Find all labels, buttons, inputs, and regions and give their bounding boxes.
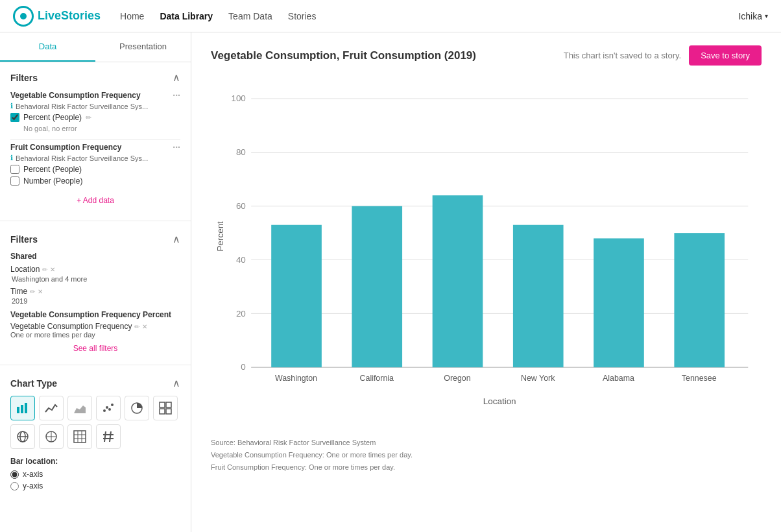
logo-text: LiveStories	[38, 9, 101, 23]
scatter-chart-icon[interactable]	[96, 396, 121, 420]
veg-freq-sub: Vegetable Consumption Frequency ✏ ✕	[10, 322, 180, 331]
y-axis-radio[interactable]	[10, 482, 19, 490]
svg-rect-11	[160, 409, 165, 414]
nav-team-data[interactable]: Team Data	[228, 11, 272, 21]
map-icon[interactable]	[10, 424, 35, 449]
fruit-filter-name: Fruit Consumption Frequency ···	[10, 142, 180, 152]
veg-filter-menu[interactable]: ···	[173, 90, 180, 101]
veg-freq-edit-icon[interactable]: ✏	[134, 323, 139, 330]
svg-point-7	[111, 404, 114, 406]
chart-type-collapse-icon[interactable]: ∧	[173, 377, 180, 389]
veg-freq-section: Vegetable Consumption Frequency Percent …	[10, 310, 180, 339]
shared-filters-header: Filters ∧	[10, 233, 180, 245]
svg-text:100: 100	[231, 93, 245, 103]
svg-rect-12	[166, 409, 171, 414]
chart-type-header: Chart Type ∧	[10, 377, 180, 389]
bar-chart-svg: 100 80 60 40 20 0	[211, 79, 762, 428]
bar-washington	[271, 225, 322, 367]
svg-text:60: 60	[236, 201, 246, 211]
svg-rect-10	[166, 402, 171, 407]
add-data-button[interactable]: + Add data	[10, 192, 180, 209]
user-name: Ichika	[738, 11, 762, 21]
veg-filter-source: ℹ Behavioral Risk Factor Surveillance Sy…	[10, 102, 180, 110]
fruit-percent-checkbox[interactable]	[10, 165, 19, 174]
x-axis-option[interactable]: x-axis	[10, 470, 180, 479]
filters-collapse-icon[interactable]: ∧	[173, 71, 180, 84]
bar-location: Bar location: x-axis y-axis	[10, 457, 180, 490]
svg-line-25	[110, 431, 111, 442]
user-menu[interactable]: Ichika ▾	[738, 11, 768, 21]
table-icon[interactable]	[67, 424, 92, 449]
chart-type-icons	[10, 396, 180, 449]
fruit-number-checkbox-row[interactable]: Number (People)	[10, 176, 180, 186]
navbar: LiveStories Home Data Library Team Data …	[0, 0, 781, 32]
svg-line-24	[104, 431, 106, 442]
area-chart-icon[interactable]	[67, 396, 92, 420]
bar-location-label: Bar location:	[10, 457, 180, 466]
bar-chart-icon[interactable]	[10, 396, 35, 420]
svg-point-6	[108, 408, 111, 411]
logo: LiveStories	[13, 6, 101, 27]
time-remove-icon[interactable]: ✕	[38, 288, 43, 295]
y-axis-label: Percent	[215, 221, 225, 252]
veg-hint: No goal, no error	[23, 125, 180, 132]
svg-text:Washington: Washington	[275, 374, 317, 383]
shared-filters-collapse-icon[interactable]: ∧	[173, 233, 180, 245]
chart-type-title: Chart Type	[10, 378, 57, 389]
logo-icon	[13, 6, 34, 27]
tab-data[interactable]: Data	[0, 32, 95, 62]
location-filter-tag: Location ✏ ✕	[10, 265, 180, 274]
grid-chart-icon[interactable]	[153, 396, 178, 420]
svg-text:40: 40	[236, 255, 246, 265]
filters-header: Filters ∧	[10, 71, 180, 84]
chart-status-text: This chart isn't saved to a story.	[564, 51, 681, 60]
veg-freq-title: Vegetable Consumption Frequency Percent	[10, 310, 180, 319]
see-all-filters[interactable]: See all filters	[10, 344, 180, 353]
fruit-filter-item: Fruit Consumption Frequency ··· ℹ Behavi…	[10, 142, 180, 186]
veg-info-icon: ℹ	[10, 102, 13, 110]
svg-text:New York: New York	[521, 374, 555, 383]
svg-text:20: 20	[236, 309, 246, 319]
svg-rect-2	[25, 403, 27, 413]
chart-source: Source: Behavioral Risk Factor Surveilla…	[211, 437, 762, 473]
svg-rect-0	[17, 407, 19, 413]
chart-container: 100 80 60 40 20 0	[211, 79, 762, 428]
sidebar: Data Presentation Filters ∧ Vegetable Co…	[0, 32, 191, 532]
fruit-filter-source: ℹ Behavioral Risk Factor Surveillance Sy…	[10, 154, 180, 162]
hash-icon[interactable]	[96, 424, 121, 449]
nav-stories[interactable]: Stories	[288, 11, 317, 21]
veg-percent-checkbox[interactable]	[10, 113, 19, 122]
time-edit-icon[interactable]: ✏	[30, 288, 35, 295]
location-value: Washington and 4 more	[12, 275, 180, 283]
svg-text:0: 0	[241, 362, 245, 372]
fruit-filter-menu[interactable]: ···	[173, 142, 180, 152]
svg-point-4	[103, 409, 106, 412]
svg-point-5	[106, 406, 108, 409]
svg-text:80: 80	[236, 147, 246, 157]
nav-home[interactable]: Home	[120, 11, 144, 21]
fruit-number-checkbox[interactable]	[10, 176, 19, 186]
nav-data-library[interactable]: Data Library	[160, 11, 213, 21]
veg-percent-checkbox-row[interactable]: Percent (People) ✏	[10, 113, 180, 122]
bar-new-york	[513, 225, 564, 367]
veg-filter-name: Vegetable Consumption Frequency ···	[10, 90, 180, 101]
veg-edit-icon[interactable]: ✏	[86, 114, 91, 122]
globe-icon[interactable]	[39, 424, 64, 449]
save-to-story-button[interactable]: Save to story	[689, 45, 762, 66]
bar-oregon	[433, 195, 483, 367]
fruit-percent-checkbox-row[interactable]: Percent (People)	[10, 165, 180, 174]
svg-rect-19	[74, 431, 86, 442]
tab-presentation[interactable]: Presentation	[95, 32, 191, 62]
sidebar-tabs: Data Presentation	[0, 32, 191, 62]
user-caret-icon: ▾	[765, 12, 768, 19]
line-chart-icon[interactable]	[39, 396, 64, 420]
veg-freq-remove-icon[interactable]: ✕	[142, 323, 147, 330]
bar-alabama	[594, 238, 644, 367]
location-edit-icon[interactable]: ✏	[42, 266, 47, 273]
svg-rect-9	[160, 402, 165, 407]
location-remove-icon[interactable]: ✕	[50, 266, 55, 273]
x-axis-radio[interactable]	[10, 470, 19, 479]
pie-chart-icon[interactable]	[125, 396, 149, 420]
filters-title: Filters	[10, 73, 38, 83]
y-axis-option[interactable]: y-axis	[10, 481, 180, 490]
